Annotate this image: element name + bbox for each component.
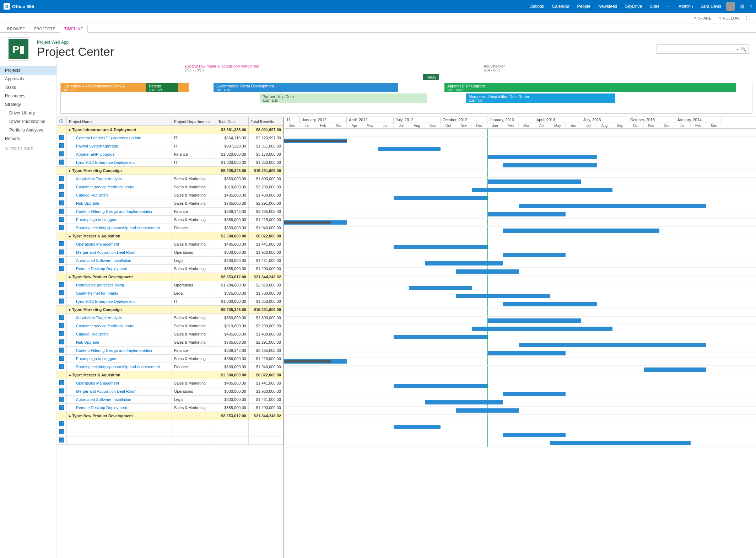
group-header[interactable]: ▸ Type: Merger & Aquisition$2,500,000.00… <box>57 371 284 379</box>
project-name-link[interactable]: Safety helmet for infants <box>67 289 172 297</box>
project-row[interactable]: Sporting celebrity sponsorship and endor… <box>57 363 284 371</box>
project-row[interactable]: Content Filtering Design and Implementat… <box>57 208 284 216</box>
settings-gear-icon[interactable]: ⚙ <box>740 3 745 10</box>
col-icon[interactable]: ⓘ <box>57 117 67 126</box>
gantt-area[interactable]: 11January, 2012April, 2012July, 2012Octo… <box>284 117 756 558</box>
project-name-link[interactable]: Sporting celebrity sponsorship and endor… <box>67 224 172 232</box>
gantt-bar[interactable] <box>456 408 519 413</box>
gantt-bar[interactable] <box>519 204 706 208</box>
project-name-link[interactable]: Catalog Publishing <box>67 330 172 338</box>
gantt-bar[interactable] <box>394 384 487 388</box>
gantt-bar[interactable] <box>487 318 581 323</box>
follow-button[interactable]: ☆ FOLLOW <box>718 16 740 21</box>
timeline-bar[interactable]: Apparel ERP Upgrade1/28 - 8/30 <box>444 83 736 92</box>
suite-nav-item[interactable]: Admin ▾ <box>679 4 693 9</box>
breadcrumb[interactable]: Project Web App <box>37 40 69 45</box>
project-row[interactable]: Lync 2012 Enterprise DeploymentIT$1,000,… <box>57 297 284 306</box>
suite-nav-item[interactable]: Calendar <box>552 4 569 9</box>
project-name-link[interactable]: E-campaign to bloggers <box>67 216 172 224</box>
nav-item-strategy[interactable]: Strategy <box>0 100 56 109</box>
project-name-link[interactable]: General Ledger (GL) currency update <box>67 134 172 142</box>
project-name-link[interactable]: Automated Software Installation <box>67 257 172 265</box>
project-row[interactable]: Acquisition Target AnalysisSales & Marke… <box>57 175 284 183</box>
column-header[interactable]: Project Name <box>67 117 172 126</box>
project-name-link[interactable]: Lync 2012 Enterprise Deployment <box>67 159 172 167</box>
suite-nav-item[interactable]: Outlook <box>529 4 544 9</box>
project-row[interactable]: Content Filtering Design and Implementat… <box>57 347 284 355</box>
project-row[interactable]: Catalog PublishingSales & Marketing$435,… <box>57 330 284 338</box>
project-row[interactable]: Automated Software InstallationLegal$800… <box>57 396 284 404</box>
group-header[interactable]: ▸ Type: Marketing Campaign$5,235,348.00$… <box>57 167 284 175</box>
suite-nav-item[interactable]: Newsfeed <box>598 4 617 9</box>
timeline-bar[interactable]: E-commerce Portal Development7/2 - 1/16 <box>214 83 398 92</box>
project-row[interactable]: Acquisition Target AnalysisSales & Marke… <box>57 314 284 322</box>
project-row[interactable]: Sporting celebrity sponsorship and endor… <box>57 224 284 232</box>
project-row[interactable]: Hub UpgradeSales & Marketing$705,000.00$… <box>57 199 284 208</box>
project-name-link[interactable] <box>67 420 172 428</box>
project-name-link[interactable]: Automated Software Installation <box>67 396 172 404</box>
help-icon[interactable]: ? <box>750 4 752 9</box>
gantt-bar[interactable] <box>503 229 659 233</box>
project-name-link[interactable]: Operations Management <box>67 379 172 387</box>
project-row[interactable]: E-campaign to bloggersSales & Marketing$… <box>57 216 284 224</box>
nav-item-approvals[interactable]: Approvals <box>0 75 56 83</box>
gantt-bar[interactable] <box>487 351 566 355</box>
project-row[interactable]: Remote Desktop DeploymentSales & Marketi… <box>57 404 284 412</box>
project-name-link[interactable]: Acquisition Target Analysis <box>67 175 172 183</box>
project-row[interactable]: E-campaign to bloggersSales & Marketing$… <box>57 355 284 363</box>
nav-item-driver-library[interactable]: Driver Library <box>0 109 56 117</box>
suite-nav-item[interactable]: Sites <box>650 4 659 9</box>
project-name-link[interactable]: Customer service feedback portal <box>67 322 172 330</box>
project-row[interactable]: Payroll System UpgradeIT$997,220.00$1,35… <box>57 142 284 150</box>
gantt-bar[interactable] <box>487 212 566 216</box>
share-button[interactable]: ↗ SHARE <box>693 16 712 21</box>
project-name-link[interactable]: Content Filtering Design and Implementat… <box>67 208 172 216</box>
project-row[interactable]: Lync 2012 Enterprise DeploymentIT$1,000,… <box>57 159 284 167</box>
gantt-bar[interactable] <box>394 425 441 429</box>
project-row[interactable] <box>57 436 284 445</box>
avatar[interactable] <box>726 2 735 11</box>
project-name-link[interactable]: Remote Desktop Deployment <box>67 404 172 412</box>
gantt-bar[interactable] <box>425 400 503 404</box>
project-name-link[interactable]: Catalog Publishing <box>67 191 172 199</box>
group-header[interactable]: ▸ Type: New Product Development$8,653,01… <box>57 412 284 420</box>
project-row[interactable]: Hub UpgradeSales & Marketing$705,000.00$… <box>57 338 284 347</box>
project-row[interactable]: Apparel ERP UpgradeFinance$1,020,000.00$… <box>57 150 284 159</box>
project-name-link[interactable]: E-campaign to bloggers <box>67 355 172 363</box>
gantt-bar[interactable] <box>409 286 472 290</box>
project-name-link[interactable]: Customer service feedback portal <box>67 183 172 191</box>
gantt-bar[interactable] <box>394 245 487 249</box>
group-header[interactable]: ▸ Type: Marketing Campaign$5,235,348.00$… <box>57 306 284 314</box>
project-name-link[interactable]: Remote Desktop Deployment <box>67 265 172 273</box>
gantt-bar[interactable] <box>487 179 581 184</box>
timeline-callout[interactable]: Tax Checker1/14 - 6/11 <box>483 64 505 72</box>
column-header[interactable]: Project Departments <box>172 117 216 126</box>
timeline-bar[interactable]: Partner Help Desk8/15 - 1/28 <box>260 93 427 103</box>
project-name-link[interactable]: Hub Upgrade <box>67 199 172 208</box>
gantt-bar[interactable] <box>394 196 487 200</box>
project-name-link[interactable]: Sporting celebrity sponsorship and endor… <box>67 363 172 371</box>
nav-item-tasks[interactable]: Tasks <box>0 83 56 92</box>
project-row[interactable] <box>57 428 284 436</box>
gantt-bar[interactable] <box>644 367 706 372</box>
ribbon-tab-projects[interactable]: PROJECTS <box>29 25 60 32</box>
fullscreen-button[interactable]: ⛶ <box>746 16 750 21</box>
gantt-bar[interactable] <box>378 147 441 151</box>
nav-item-portfolio-analyses[interactable]: Portfolio Analyses <box>0 126 56 134</box>
project-row[interactable]: Catalog PublishingSales & Marketing$435,… <box>57 191 284 199</box>
project-row[interactable]: Operations ManagementSales & Marketing$4… <box>57 379 284 387</box>
nav-item-projects[interactable]: Projects <box>0 66 56 75</box>
gantt-bar[interactable] <box>503 163 597 167</box>
timeline-bar[interactable]: Design4/11 - 5/1 <box>146 83 178 92</box>
project-row[interactable]: General Ledger (GL) currency updateIT$66… <box>57 134 284 142</box>
project-name-link[interactable]: Payroll System Upgrade <box>67 142 172 150</box>
project-row[interactable]: Merger and Acquisition Deal RoomOperatio… <box>57 387 284 396</box>
gantt-bar[interactable] <box>503 392 566 396</box>
project-name-link[interactable] <box>67 436 172 445</box>
project-row[interactable]: Operations ManagementSales & Marketing$4… <box>57 240 284 248</box>
project-name-link[interactable]: Merger and Acquisition Deal Room <box>67 387 172 396</box>
suite-nav-item[interactable]: People <box>577 4 590 9</box>
group-header[interactable]: ▸ Type: Merger & Aquisition$2,500,000.00… <box>57 232 284 240</box>
nav-item-driver-prioritization[interactable]: Driver Prioritization <box>0 117 56 126</box>
ribbon-tab-timeline[interactable]: TIMELINE <box>60 25 88 33</box>
